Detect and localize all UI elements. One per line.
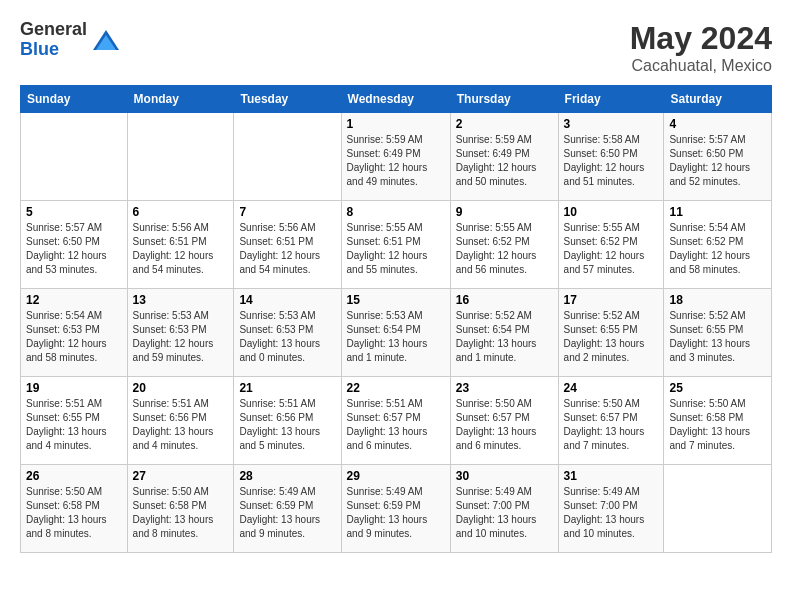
day-number: 28 bbox=[239, 469, 335, 483]
location: Cacahuatal, Mexico bbox=[630, 57, 772, 75]
day-number: 18 bbox=[669, 293, 766, 307]
day-info: Sunrise: 5:51 AM Sunset: 6:56 PM Dayligh… bbox=[239, 397, 335, 453]
table-row: 27Sunrise: 5:50 AM Sunset: 6:58 PM Dayli… bbox=[127, 465, 234, 553]
day-number: 13 bbox=[133, 293, 229, 307]
table-row bbox=[127, 113, 234, 201]
calendar-table: Sunday Monday Tuesday Wednesday Thursday… bbox=[20, 85, 772, 553]
day-info: Sunrise: 5:54 AM Sunset: 6:52 PM Dayligh… bbox=[669, 221, 766, 277]
day-number: 12 bbox=[26, 293, 122, 307]
day-info: Sunrise: 5:50 AM Sunset: 6:57 PM Dayligh… bbox=[564, 397, 659, 453]
day-info: Sunrise: 5:50 AM Sunset: 6:58 PM Dayligh… bbox=[26, 485, 122, 541]
day-number: 2 bbox=[456, 117, 553, 131]
table-row: 16Sunrise: 5:52 AM Sunset: 6:54 PM Dayli… bbox=[450, 289, 558, 377]
day-info: Sunrise: 5:55 AM Sunset: 6:52 PM Dayligh… bbox=[456, 221, 553, 277]
header-friday: Friday bbox=[558, 86, 664, 113]
table-row: 3Sunrise: 5:58 AM Sunset: 6:50 PM Daylig… bbox=[558, 113, 664, 201]
table-row: 28Sunrise: 5:49 AM Sunset: 6:59 PM Dayli… bbox=[234, 465, 341, 553]
day-number: 8 bbox=[347, 205, 445, 219]
header-wednesday: Wednesday bbox=[341, 86, 450, 113]
table-row: 29Sunrise: 5:49 AM Sunset: 6:59 PM Dayli… bbox=[341, 465, 450, 553]
day-number: 30 bbox=[456, 469, 553, 483]
day-info: Sunrise: 5:49 AM Sunset: 7:00 PM Dayligh… bbox=[564, 485, 659, 541]
table-row: 30Sunrise: 5:49 AM Sunset: 7:00 PM Dayli… bbox=[450, 465, 558, 553]
table-row: 6Sunrise: 5:56 AM Sunset: 6:51 PM Daylig… bbox=[127, 201, 234, 289]
day-info: Sunrise: 5:53 AM Sunset: 6:53 PM Dayligh… bbox=[239, 309, 335, 365]
day-info: Sunrise: 5:58 AM Sunset: 6:50 PM Dayligh… bbox=[564, 133, 659, 189]
table-row: 13Sunrise: 5:53 AM Sunset: 6:53 PM Dayli… bbox=[127, 289, 234, 377]
table-row: 21Sunrise: 5:51 AM Sunset: 6:56 PM Dayli… bbox=[234, 377, 341, 465]
day-info: Sunrise: 5:55 AM Sunset: 6:52 PM Dayligh… bbox=[564, 221, 659, 277]
table-row: 11Sunrise: 5:54 AM Sunset: 6:52 PM Dayli… bbox=[664, 201, 772, 289]
day-number: 27 bbox=[133, 469, 229, 483]
calendar-week-2: 5Sunrise: 5:57 AM Sunset: 6:50 PM Daylig… bbox=[21, 201, 772, 289]
table-row: 10Sunrise: 5:55 AM Sunset: 6:52 PM Dayli… bbox=[558, 201, 664, 289]
day-number: 7 bbox=[239, 205, 335, 219]
header-saturday: Saturday bbox=[664, 86, 772, 113]
day-number: 17 bbox=[564, 293, 659, 307]
day-info: Sunrise: 5:50 AM Sunset: 6:58 PM Dayligh… bbox=[669, 397, 766, 453]
day-number: 9 bbox=[456, 205, 553, 219]
header-monday: Monday bbox=[127, 86, 234, 113]
day-info: Sunrise: 5:51 AM Sunset: 6:57 PM Dayligh… bbox=[347, 397, 445, 453]
day-info: Sunrise: 5:59 AM Sunset: 6:49 PM Dayligh… bbox=[347, 133, 445, 189]
table-row: 14Sunrise: 5:53 AM Sunset: 6:53 PM Dayli… bbox=[234, 289, 341, 377]
day-info: Sunrise: 5:49 AM Sunset: 6:59 PM Dayligh… bbox=[239, 485, 335, 541]
table-row: 25Sunrise: 5:50 AM Sunset: 6:58 PM Dayli… bbox=[664, 377, 772, 465]
logo-general: General bbox=[20, 20, 87, 40]
day-info: Sunrise: 5:56 AM Sunset: 6:51 PM Dayligh… bbox=[239, 221, 335, 277]
day-number: 16 bbox=[456, 293, 553, 307]
logo-blue: Blue bbox=[20, 40, 87, 60]
header-thursday: Thursday bbox=[450, 86, 558, 113]
day-info: Sunrise: 5:53 AM Sunset: 6:53 PM Dayligh… bbox=[133, 309, 229, 365]
day-number: 3 bbox=[564, 117, 659, 131]
table-row bbox=[234, 113, 341, 201]
day-info: Sunrise: 5:55 AM Sunset: 6:51 PM Dayligh… bbox=[347, 221, 445, 277]
day-number: 25 bbox=[669, 381, 766, 395]
header-sunday: Sunday bbox=[21, 86, 128, 113]
day-info: Sunrise: 5:52 AM Sunset: 6:54 PM Dayligh… bbox=[456, 309, 553, 365]
table-row: 5Sunrise: 5:57 AM Sunset: 6:50 PM Daylig… bbox=[21, 201, 128, 289]
day-info: Sunrise: 5:52 AM Sunset: 6:55 PM Dayligh… bbox=[669, 309, 766, 365]
day-info: Sunrise: 5:49 AM Sunset: 7:00 PM Dayligh… bbox=[456, 485, 553, 541]
day-info: Sunrise: 5:49 AM Sunset: 6:59 PM Dayligh… bbox=[347, 485, 445, 541]
day-number: 20 bbox=[133, 381, 229, 395]
day-number: 23 bbox=[456, 381, 553, 395]
day-info: Sunrise: 5:50 AM Sunset: 6:58 PM Dayligh… bbox=[133, 485, 229, 541]
day-number: 24 bbox=[564, 381, 659, 395]
day-number: 22 bbox=[347, 381, 445, 395]
day-info: Sunrise: 5:51 AM Sunset: 6:56 PM Dayligh… bbox=[133, 397, 229, 453]
table-row: 12Sunrise: 5:54 AM Sunset: 6:53 PM Dayli… bbox=[21, 289, 128, 377]
month-year: May 2024 bbox=[630, 20, 772, 57]
day-number: 6 bbox=[133, 205, 229, 219]
calendar-header-row: Sunday Monday Tuesday Wednesday Thursday… bbox=[21, 86, 772, 113]
day-number: 4 bbox=[669, 117, 766, 131]
logo: General Blue bbox=[20, 20, 121, 60]
day-number: 21 bbox=[239, 381, 335, 395]
table-row: 24Sunrise: 5:50 AM Sunset: 6:57 PM Dayli… bbox=[558, 377, 664, 465]
table-row bbox=[21, 113, 128, 201]
table-row: 18Sunrise: 5:52 AM Sunset: 6:55 PM Dayli… bbox=[664, 289, 772, 377]
day-info: Sunrise: 5:56 AM Sunset: 6:51 PM Dayligh… bbox=[133, 221, 229, 277]
day-number: 29 bbox=[347, 469, 445, 483]
table-row: 2Sunrise: 5:59 AM Sunset: 6:49 PM Daylig… bbox=[450, 113, 558, 201]
table-row: 15Sunrise: 5:53 AM Sunset: 6:54 PM Dayli… bbox=[341, 289, 450, 377]
day-number: 10 bbox=[564, 205, 659, 219]
table-row: 31Sunrise: 5:49 AM Sunset: 7:00 PM Dayli… bbox=[558, 465, 664, 553]
calendar-week-5: 26Sunrise: 5:50 AM Sunset: 6:58 PM Dayli… bbox=[21, 465, 772, 553]
day-info: Sunrise: 5:57 AM Sunset: 6:50 PM Dayligh… bbox=[669, 133, 766, 189]
table-row bbox=[664, 465, 772, 553]
table-row: 1Sunrise: 5:59 AM Sunset: 6:49 PM Daylig… bbox=[341, 113, 450, 201]
day-number: 5 bbox=[26, 205, 122, 219]
day-info: Sunrise: 5:53 AM Sunset: 6:54 PM Dayligh… bbox=[347, 309, 445, 365]
day-number: 15 bbox=[347, 293, 445, 307]
page-header: General Blue May 2024 Cacahuatal, Mexico bbox=[20, 20, 772, 75]
table-row: 7Sunrise: 5:56 AM Sunset: 6:51 PM Daylig… bbox=[234, 201, 341, 289]
table-row: 8Sunrise: 5:55 AM Sunset: 6:51 PM Daylig… bbox=[341, 201, 450, 289]
table-row: 26Sunrise: 5:50 AM Sunset: 6:58 PM Dayli… bbox=[21, 465, 128, 553]
day-info: Sunrise: 5:59 AM Sunset: 6:49 PM Dayligh… bbox=[456, 133, 553, 189]
calendar-week-4: 19Sunrise: 5:51 AM Sunset: 6:55 PM Dayli… bbox=[21, 377, 772, 465]
day-number: 19 bbox=[26, 381, 122, 395]
day-number: 31 bbox=[564, 469, 659, 483]
header-tuesday: Tuesday bbox=[234, 86, 341, 113]
calendar-week-3: 12Sunrise: 5:54 AM Sunset: 6:53 PM Dayli… bbox=[21, 289, 772, 377]
